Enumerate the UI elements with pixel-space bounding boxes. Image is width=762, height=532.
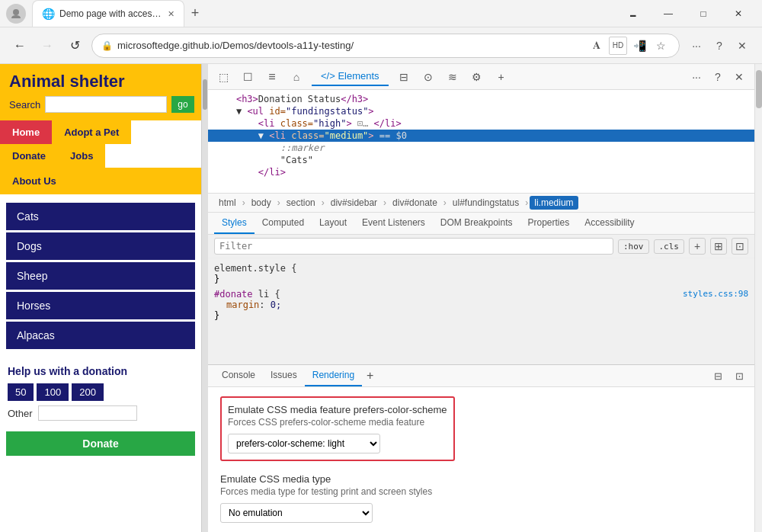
active-tab[interactable]: 🌐 Demo page with accessibility iss... ✕ <box>32 0 184 27</box>
computed-tab[interactable]: Computed <box>255 213 312 234</box>
breadcrumb-section[interactable]: section <box>282 196 320 210</box>
styles-filter-input[interactable] <box>214 238 613 255</box>
breadcrumb-li-medium[interactable]: li.medium <box>530 196 578 210</box>
main-content: Animal shelter Search go Home Adopt a Pe… <box>0 64 762 532</box>
dom-breakpoints-tab[interactable]: DOM Breakpoints <box>433 213 520 234</box>
close-button[interactable]: ✕ <box>721 0 756 27</box>
animal-item-cats[interactable]: Cats <box>6 203 195 230</box>
animal-item-horses[interactable]: Horses <box>6 292 195 319</box>
window-controls: 🗕 — □ ✕ <box>616 0 756 27</box>
bottom-panel: Console Issues Rendering + ⊟ ⊡ Emulate C… <box>208 364 754 532</box>
favorites-icon[interactable]: ☆ <box>652 37 670 55</box>
more-menu-icon[interactable]: ··· <box>687 68 706 86</box>
html-line-h3[interactable]: <h3>Donation Status</h3> <box>208 93 754 105</box>
address-input[interactable]: 🔒 microsoftedge.github.io/Demos/devtools… <box>91 34 680 58</box>
home-icon[interactable]: ⌂ <box>287 68 306 86</box>
properties-tab[interactable]: Properties <box>520 213 578 234</box>
amount-50-button[interactable]: 50 <box>8 383 34 401</box>
animal-item-dogs[interactable]: Dogs <box>6 232 195 260</box>
donate-nav-button[interactable]: Donate <box>0 144 58 168</box>
devtools-toolbar-right: ··· ? ✕ <box>687 68 748 86</box>
breadcrumb-div-donate[interactable]: div#donate <box>388 196 442 210</box>
minimize-button[interactable]: — <box>651 0 686 27</box>
amount-200-button[interactable]: 200 <box>72 383 104 401</box>
layout-tab[interactable]: Layout <box>312 213 354 234</box>
restore-down-button[interactable]: 🗕 <box>616 0 651 27</box>
add-tab-button[interactable]: + <box>362 366 378 386</box>
settings-icon[interactable]: ⚙ <box>468 68 486 86</box>
jobs-nav-button[interactable]: Jobs <box>58 144 105 168</box>
new-style-rule-icon[interactable]: ⊞ <box>710 238 727 255</box>
event-listeners-tab[interactable]: Event Listeners <box>354 213 433 234</box>
html-line-cats-text[interactable]: "Cats" <box>208 154 754 166</box>
more-tools-icon[interactable]: + <box>492 68 511 86</box>
toggle-sidebar-icon[interactable]: ≡ <box>263 68 281 86</box>
media-type-section: Emulate CSS media type Forces media type… <box>220 473 742 523</box>
home-nav-button[interactable]: Home <box>0 120 52 144</box>
breadcrumb-body[interactable]: body <box>247 196 276 210</box>
browser-menu-dots[interactable]: ··· <box>686 35 707 56</box>
html-line-li-close[interactable]: </li> <box>208 166 754 178</box>
scroll-handle[interactable] <box>203 79 207 110</box>
back-button[interactable]: ← <box>9 35 30 56</box>
maximize-button[interactable]: □ <box>686 0 721 27</box>
left-scrollbar[interactable] <box>202 64 208 532</box>
tab-close-button[interactable]: ✕ <box>168 9 174 19</box>
accessibility-tab[interactable]: Accessibility <box>577 213 642 234</box>
sources-icon[interactable]: ⊙ <box>419 68 437 86</box>
tab-bar: 🌐 Demo page with accessibility iss... ✕ … <box>32 0 206 27</box>
about-nav-button[interactable]: About Us <box>0 168 201 194</box>
color-scheme-select[interactable]: prefers-color-scheme: light prefers-colo… <box>228 434 380 453</box>
animal-item-sheep[interactable]: Sheep <box>6 262 195 290</box>
issues-tab[interactable]: Issues <box>263 365 305 386</box>
toggle-css-changes-icon[interactable]: ⊡ <box>732 238 748 255</box>
bottom-panel-icons: ⊟ ⊡ <box>709 367 748 385</box>
other-amount-input[interactable] <box>38 405 137 421</box>
refresh-button[interactable]: ↺ <box>64 35 85 56</box>
adopt-nav-button[interactable]: Adopt a Pet <box>52 120 131 144</box>
user-avatar[interactable] <box>6 4 26 24</box>
console-tab[interactable]: Console <box>214 365 263 386</box>
help-icon[interactable]: ? <box>709 35 730 56</box>
read-aloud-icon[interactable]: 𝐀 <box>588 37 606 55</box>
right-scrollbar[interactable] <box>754 64 762 532</box>
search-input[interactable] <box>45 96 167 113</box>
devtools-close-icon[interactable]: ✕ <box>732 35 753 56</box>
styles-tab[interactable]: Styles <box>214 213 255 234</box>
breadcrumb-ul-fundingstatus[interactable]: ul#fundingstatus <box>448 196 523 210</box>
dock-side-icon[interactable]: ⊡ <box>730 367 748 385</box>
html-line-li-high[interactable]: <li class="high"> ⊡… </li> <box>208 117 754 130</box>
hov-button[interactable]: :hov <box>618 239 649 254</box>
donate-button[interactable]: Donate <box>6 431 195 456</box>
dock-bottom-icon[interactable]: ⊟ <box>709 367 727 385</box>
animal-item-alpacas[interactable]: Alpacas <box>6 322 195 349</box>
right-scroll-handle[interactable] <box>756 70 762 108</box>
network-icon[interactable]: ≋ <box>443 68 462 86</box>
device-emulation-icon[interactable]: ☐ <box>239 68 257 86</box>
styles-filter-row: :hov .cls + ⊞ ⊡ <box>208 235 754 258</box>
inspect-element-icon[interactable]: ⬚ <box>214 68 232 86</box>
forward-button[interactable]: → <box>37 35 58 56</box>
nav-row2: Donate Jobs <box>0 144 201 168</box>
go-button[interactable]: go <box>171 96 194 113</box>
cls-button[interactable]: .cls <box>654 239 685 254</box>
devtools-close-icon[interactable]: ✕ <box>730 68 748 86</box>
breadcrumb-html[interactable]: html <box>214 196 241 210</box>
html-line-li-medium[interactable]: ▼ <li class="medium"> == $0 <box>208 130 754 142</box>
breadcrumb-div-sidebar[interactable]: div#sidebar <box>326 196 382 210</box>
hd-icon[interactable]: HD <box>609 37 627 55</box>
devtools-help-icon[interactable]: ? <box>709 68 727 86</box>
new-tab-button[interactable]: + <box>184 3 206 24</box>
devtools-toolbar: ⬚ ☐ ≡ ⌂ </> Elements ⊟ ⊙ ≋ ⚙ + ··· ? ✕ <box>208 64 754 90</box>
html-line-marker[interactable]: ::marker <box>208 142 754 154</box>
cast-icon[interactable]: 📲 <box>630 37 648 55</box>
media-type-select[interactable]: No emulation print screen <box>220 503 373 523</box>
breadcrumb-bar: html › body › section › div#sidebar › di… <box>208 194 754 213</box>
html-line-ul[interactable]: ▼ <ul id="fundingstatus"> <box>208 105 754 117</box>
rendering-tab[interactable]: Rendering <box>305 365 362 386</box>
console-icon[interactable]: ⊟ <box>395 68 413 86</box>
amount-100-button[interactable]: 100 <box>37 383 69 401</box>
elements-tab[interactable]: </> Elements <box>312 67 389 86</box>
add-style-icon[interactable]: + <box>689 238 706 255</box>
styles-css-link[interactable]: styles.css:98 <box>683 289 748 299</box>
